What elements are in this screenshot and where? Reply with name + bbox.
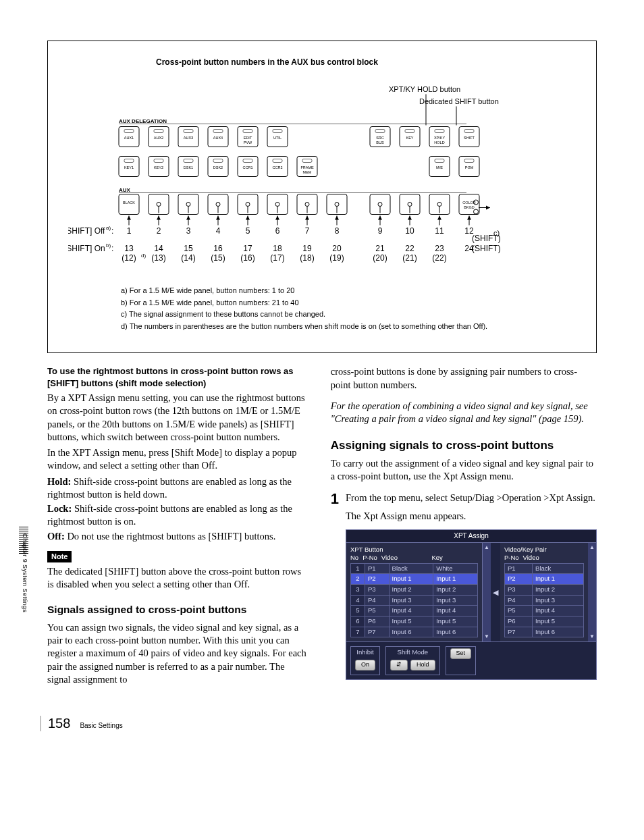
svg-text:EDIT: EDIT	[244, 136, 252, 140]
svg-text:HOLD: HOLD	[434, 140, 444, 145]
note-c: c) The signal assignment to these button…	[121, 309, 576, 321]
svg-text:2: 2	[157, 226, 161, 236]
step-1-num: 1	[331, 492, 339, 506]
diagram-svg: XPT/KY HOLD button Dedicated SHIFT butto…	[68, 82, 581, 273]
def-hold: Hold: Shift-side cross-point buttons are…	[47, 475, 306, 502]
svg-marker-120	[275, 216, 279, 220]
svg-text:(14): (14)	[181, 253, 195, 263]
svg-rect-62	[435, 159, 444, 163]
svg-text:22: 22	[405, 244, 414, 253]
svg-text:[SHIFT] On: [SHIFT] On	[68, 244, 105, 253]
svg-text:CCR1: CCR1	[243, 165, 253, 169]
svg-text:BLACK: BLACK	[123, 201, 135, 205]
svg-marker-114	[186, 216, 190, 220]
shift-mode-group: Shift Mode ⇵ Hold	[385, 646, 440, 675]
para-4: cross-point buttons is done by assigning…	[331, 365, 597, 392]
svg-text:SRC: SRC	[376, 136, 384, 140]
right-column: cross-point buttons is done by assigning…	[331, 365, 597, 689]
assign-heading: Assigning signals to cross-point buttons	[331, 438, 597, 454]
svg-marker-110	[127, 216, 131, 220]
pair-table[interactable]: P1BlackP2Input 1P3Input 2P4Input 3P5Inpu…	[504, 563, 584, 637]
svg-marker-124	[335, 216, 339, 220]
svg-rect-46	[184, 159, 193, 163]
svg-text:FRAME: FRAME	[300, 165, 314, 169]
note-b: b) For a 1.5 M/E wide panel, button numb…	[121, 297, 576, 309]
svg-text:20: 20	[332, 244, 342, 253]
svg-text:(20): (20)	[373, 253, 387, 263]
svg-text:19: 19	[302, 244, 312, 253]
svg-rect-58	[302, 159, 312, 163]
set-button[interactable]: Set	[450, 648, 472, 659]
step-1: 1 From the top menu, select Setup/Diag >…	[331, 492, 597, 680]
svg-rect-52	[243, 159, 252, 163]
svg-text:3: 3	[186, 226, 191, 236]
svg-marker-122	[305, 216, 309, 220]
step-1-text: From the top menu, select Setup/Diag >Op…	[346, 492, 597, 504]
svg-text:23: 23	[435, 244, 444, 253]
svg-text:(21): (21)	[402, 253, 417, 263]
svg-text:(22): (22)	[432, 253, 446, 263]
svg-text:BKGD: BKGD	[464, 205, 475, 209]
page-number: 158	[48, 716, 70, 731]
def-off: Off: Do not use the rightmost buttons as…	[47, 530, 306, 543]
menu-title: XPT Assign	[346, 530, 596, 542]
inhibit-group: Inhibit On	[350, 646, 380, 675]
xpt-assign-menu: XPT Assign XPT Button No P-No Video Key	[346, 529, 597, 680]
svg-text:M/E: M/E	[436, 165, 443, 169]
svg-text:XPT/KY HOLD button: XPT/KY HOLD button	[389, 85, 460, 93]
svg-rect-55	[273, 159, 282, 163]
svg-text:21: 21	[375, 244, 385, 253]
set-group: Set	[446, 646, 477, 675]
chapter-tab: Chapter 9 System Settings	[22, 533, 28, 612]
svg-text:KEY1: KEY1	[124, 165, 134, 169]
left-column: To use the rightmost buttons in cross-po…	[47, 365, 306, 689]
para-3: You can assign two signals, the video si…	[47, 621, 306, 686]
xpt-button-table[interactable]: 1P1BlackWhite2P2Input 1Input 13P3Input 2…	[350, 563, 478, 637]
svg-text:[SHIFT] Off: [SHIFT] Off	[68, 226, 105, 236]
svg-rect-26	[375, 130, 385, 133]
xref: For the operation of combining a video s…	[331, 400, 597, 426]
svg-text:AUX4: AUX4	[213, 136, 223, 140]
inhibit-on-button[interactable]: On	[355, 660, 375, 671]
hold-button[interactable]: Hold	[410, 660, 435, 671]
svg-text:a): a)	[106, 225, 111, 231]
scrollbar-left[interactable]: ▲▼	[483, 543, 491, 642]
menu-panel-left: XPT Button No P-No Video Key 1P1BlackWhi…	[346, 543, 483, 642]
svg-marker-118	[246, 216, 250, 220]
svg-text:XP/KY: XP/KY	[434, 136, 446, 140]
svg-text:(15): (15)	[211, 253, 225, 263]
svg-text:(16): (16)	[240, 253, 254, 263]
svg-rect-37	[464, 130, 474, 133]
svg-text:15: 15	[184, 244, 193, 253]
svg-text:8: 8	[335, 226, 340, 236]
diagram-title: Cross-point button numbers in the AUX bu…	[68, 57, 576, 67]
svg-text:16: 16	[213, 244, 223, 253]
svg-text:(12): (12)	[122, 253, 136, 263]
svg-marker-128	[408, 216, 412, 220]
svg-text:UTIL: UTIL	[273, 136, 281, 140]
svg-text:11: 11	[435, 226, 444, 236]
svg-rect-16	[213, 130, 223, 133]
transfer-arrow-icon[interactable]: ◀	[491, 543, 500, 642]
svg-text:AUX1: AUX1	[124, 136, 134, 140]
menu-panel-right: Video/Key Pair P-No Video P1BlackP2Input…	[500, 543, 588, 642]
svg-text:KEY: KEY	[406, 136, 413, 140]
svg-text:(17): (17)	[270, 253, 284, 263]
svg-marker-126	[378, 216, 382, 220]
svg-text:MEM: MEM	[303, 170, 312, 174]
note-badge: Note	[47, 551, 72, 562]
para-5: To carry out the assignment of a video s…	[331, 457, 597, 483]
link-button[interactable]: ⇵	[390, 660, 408, 671]
footer-label: Basic Settings	[80, 722, 122, 729]
signals-heading: Signals assigned to cross-point buttons	[47, 603, 306, 617]
svg-text:d): d)	[141, 253, 146, 259]
svg-rect-30	[405, 130, 414, 133]
svg-text:(SHIFT): (SHIFT)	[472, 234, 501, 243]
svg-text:9: 9	[378, 226, 383, 236]
svg-rect-40	[124, 159, 134, 163]
svg-text:(SHIFT): (SHIFT)	[472, 244, 501, 253]
svg-text:AUX2: AUX2	[154, 136, 163, 140]
svg-text:DSK2: DSK2	[213, 165, 223, 169]
svg-text::: :	[111, 226, 113, 236]
scrollbar-right[interactable]: ▲▼	[588, 543, 596, 642]
